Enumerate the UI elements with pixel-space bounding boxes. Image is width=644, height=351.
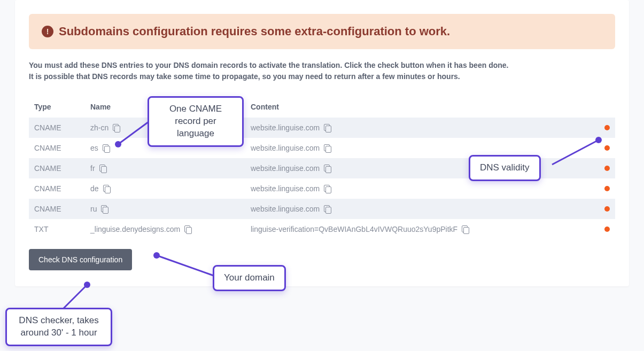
cell-status [594, 158, 615, 178]
copy-icon[interactable] [99, 165, 107, 172]
cell-name: fr [85, 158, 245, 178]
copy-icon[interactable] [324, 165, 331, 172]
alert-title: Subdomains configuration requires some e… [59, 25, 450, 38]
cell-content-text: website.linguise.com [251, 205, 320, 213]
check-dns-button[interactable]: Check DNS configuration [29, 249, 132, 270]
cell-name-text: zh-cn [90, 123, 108, 132]
annotation-domain: Your domain [213, 265, 286, 291]
callout-dot [84, 282, 90, 288]
copy-icon[interactable] [324, 205, 331, 213]
annotation-cname: One CNAME record per language [148, 96, 244, 147]
copy-icon[interactable] [324, 124, 331, 131]
cell-name-text: de [90, 184, 99, 193]
cell-name-text: fr [90, 164, 95, 173]
annotation-checker: DNS checker, takes around 30' - 1 hour [5, 308, 112, 346]
cell-content-text: website.linguise.com [251, 184, 320, 193]
cell-status [594, 199, 615, 219]
instructions-block: You must add these DNS entries to your D… [29, 60, 615, 82]
instructions-line-1: You must add these DNS entries to your D… [29, 60, 615, 71]
col-header-status [594, 97, 615, 118]
status-dot-icon [604, 186, 610, 191]
callout-dot [115, 141, 121, 147]
copy-icon[interactable] [103, 185, 111, 192]
status-dot-icon [604, 145, 610, 151]
cell-type: CNAME [29, 118, 85, 138]
table-row: CNAMEruwebsite.linguise.com [29, 199, 615, 219]
copy-icon[interactable] [184, 225, 192, 233]
cell-content: website.linguise.com [245, 118, 594, 138]
svg-line-3 [63, 285, 87, 309]
copy-icon[interactable] [324, 144, 331, 152]
callout-dot [595, 137, 602, 143]
copy-icon[interactable] [101, 205, 108, 213]
cell-status [594, 219, 615, 239]
copy-icon[interactable] [324, 185, 331, 192]
cell-name-text: _linguise.denydesigns.com [90, 225, 180, 233]
cell-name-text: ru [90, 205, 97, 213]
cell-type: CNAME [29, 158, 85, 178]
col-header-type: Type [29, 97, 85, 118]
cell-type: CNAME [29, 178, 85, 199]
cell-status [594, 118, 615, 138]
callout-dot [153, 252, 160, 259]
cell-type: TXT [29, 219, 85, 239]
cell-content: website.linguise.com [245, 199, 594, 219]
table-row: CNAMEdewebsite.linguise.com [29, 178, 615, 199]
cell-name: _linguise.denydesigns.com [85, 219, 245, 239]
cell-content-text: website.linguise.com [251, 164, 320, 173]
alert-banner: ! Subdomains configuration requires some… [29, 14, 615, 49]
table-row: TXT_linguise.denydesigns.comlinguise-ver… [29, 219, 615, 239]
cell-name: ru [85, 199, 245, 219]
alert-icon: ! [42, 26, 53, 37]
status-dot-icon [604, 206, 610, 212]
cell-type: CNAME [29, 199, 85, 219]
annotation-validity: DNS validity [469, 155, 541, 181]
cell-type: CNAME [29, 138, 85, 158]
status-dot-icon [604, 227, 610, 232]
status-dot-icon [604, 166, 610, 171]
cell-content: website.linguise.com [245, 178, 594, 199]
instructions-line-2: It is possible that DNS records may take… [29, 71, 615, 82]
cell-content: website.linguise.com [245, 138, 594, 158]
cell-content-text: linguise-verification=QvBeWIAnGbL4vIVWQR… [251, 225, 457, 233]
cell-content-text: website.linguise.com [251, 144, 320, 152]
cell-content-text: website.linguise.com [251, 123, 320, 132]
copy-icon[interactable] [113, 124, 120, 131]
cell-name-text: es [90, 144, 98, 152]
col-header-content: Content [245, 97, 594, 118]
cell-content: website.linguise.com [245, 158, 594, 178]
copy-icon[interactable] [103, 144, 110, 152]
cell-status [594, 178, 615, 199]
table-row: CNAMEzh-cnwebsite.linguise.com [29, 118, 615, 138]
status-dot-icon [604, 125, 610, 130]
table-header-row: Type Name Content [29, 97, 615, 118]
dns-config-panel: ! Subdomains configuration requires some… [15, 0, 629, 286]
copy-icon[interactable] [462, 225, 469, 233]
cell-content: linguise-verification=QvBeWIAnGbL4vIVWQR… [245, 219, 594, 239]
cell-name: de [85, 178, 245, 199]
